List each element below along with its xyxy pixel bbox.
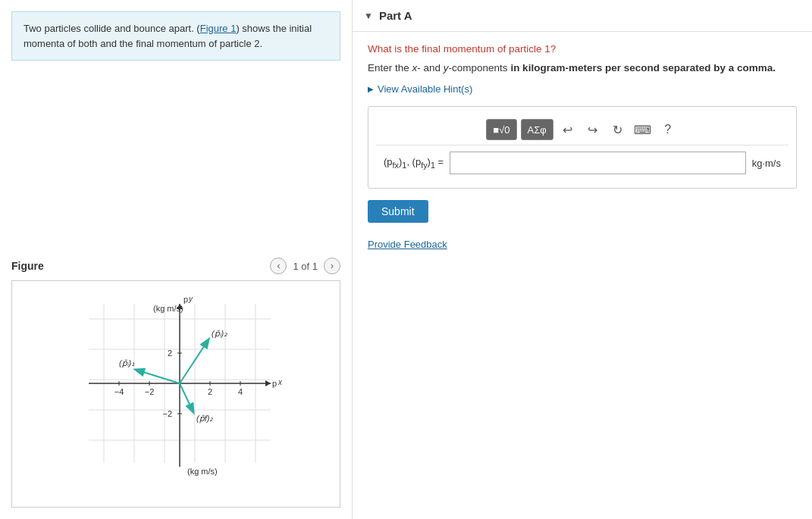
problem-statement: Two particles collide and bounce apart. … [11, 11, 340, 61]
svg-text:(kg m/s): (kg m/s) [187, 467, 218, 476]
svg-line-35 [180, 339, 208, 383]
answer-box: ■√0 ΑΣφ ↩ ↪ ↻ ⌨ ? (pfx)1, (pfy)1 = kg·m/… [368, 106, 797, 189]
submit-button[interactable]: Submit [368, 200, 428, 223]
svg-text:(p̄ᵢ)₁: (p̄ᵢ)₁ [119, 358, 135, 368]
part-toggle[interactable]: ▼ [364, 11, 373, 21]
instruction-text: Enter the x- and y-components in kilogra… [368, 61, 797, 76]
graph-svg: −4 −2 2 4 2 −2 p x (kg m/s) [62, 292, 290, 489]
undo-button[interactable]: ↩ [557, 119, 578, 140]
input-row: (pfx)1, (pfy)1 = kg·m/s [376, 145, 788, 180]
svg-text:(kg m/s): (kg m/s) [153, 304, 183, 313]
answer-input[interactable] [450, 152, 746, 174]
svg-text:p: p [272, 379, 277, 388]
unit-label: kg·m/s [752, 158, 781, 169]
svg-text:p: p [183, 295, 188, 304]
part-header: ▼ Part A [353, 0, 812, 32]
svg-text:−4: −4 [114, 387, 124, 396]
redo-button[interactable]: ↪ [582, 119, 604, 140]
figure-title: Figure [11, 260, 44, 272]
page-indicator: 1 of 1 [293, 261, 318, 272]
figure-section: Figure ‹ 1 of 1 › [11, 258, 340, 508]
figure-link[interactable]: Figure 1 [200, 23, 237, 34]
figure-header: Figure ‹ 1 of 1 › [11, 258, 340, 274]
question-text: What is the final momentum of particle 1… [368, 43, 797, 55]
svg-text:y: y [188, 295, 193, 303]
symbol-button[interactable]: ΑΣφ [521, 119, 553, 140]
hint-link[interactable]: View Available Hint(s) [368, 83, 797, 95]
figure-nav: ‹ 1 of 1 › [270, 258, 340, 274]
right-panel: ▼ Part A What is the final momentum of p… [353, 0, 812, 519]
help-button[interactable]: ? [657, 119, 679, 140]
part-content: What is the final momentum of particle 1… [353, 32, 812, 261]
problem-text: Two particles collide and bounce apart. … [24, 23, 312, 49]
part-label: Part A [379, 9, 412, 22]
reset-button[interactable]: ↻ [607, 119, 629, 140]
prev-figure-button[interactable]: ‹ [270, 258, 287, 274]
svg-text:−2: −2 [145, 387, 155, 396]
svg-text:x: x [277, 378, 283, 386]
svg-text:4: 4 [238, 387, 243, 396]
left-panel: Two particles collide and bounce apart. … [0, 0, 353, 519]
svg-text:2: 2 [208, 387, 212, 396]
svg-text:2: 2 [168, 349, 172, 358]
figure-container: −4 −2 2 4 2 −2 p x (kg m/s) [11, 280, 340, 508]
svg-line-37 [180, 383, 193, 412]
graph-wrapper: −4 −2 2 4 2 −2 p x (kg m/s) [12, 281, 340, 497]
svg-marker-13 [265, 380, 271, 386]
math-label: (pfx)1, (pfy)1 = [384, 156, 444, 170]
svg-text:−2: −2 [162, 409, 172, 418]
toolbar: ■√0 ΑΣφ ↩ ↪ ↻ ⌨ ? [376, 114, 788, 145]
svg-text:(p̄f)₂: (p̄f)₂ [196, 414, 213, 424]
svg-text:(p̄ᵢ)₂: (p̄ᵢ)₂ [212, 329, 227, 339]
keyboard-button[interactable]: ⌨ [632, 119, 654, 140]
sqrt-button[interactable]: ■√0 [486, 119, 516, 140]
svg-line-33 [136, 370, 180, 383]
next-figure-button[interactable]: › [324, 258, 340, 274]
feedback-link[interactable]: Provide Feedback [368, 239, 447, 250]
